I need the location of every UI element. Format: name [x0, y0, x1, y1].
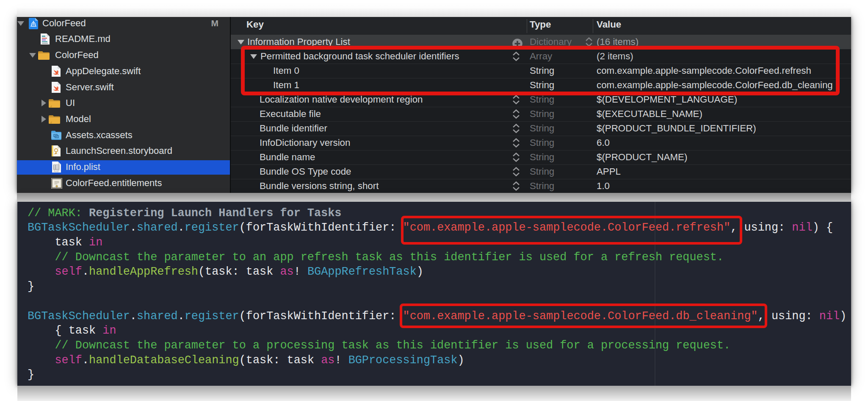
svg-text:PLIST: PLIST — [54, 170, 59, 173]
